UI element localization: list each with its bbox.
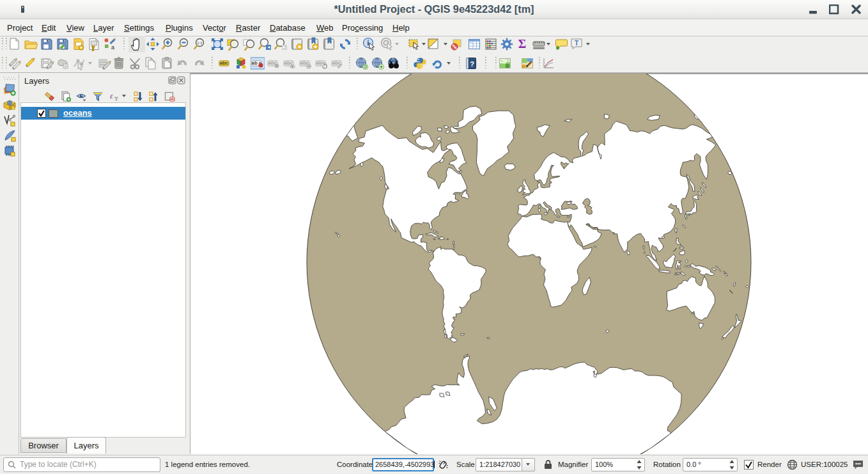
svg-text:Σ: Σ [518, 37, 526, 51]
svg-text:abc: abc [316, 60, 325, 66]
svg-text:1:1: 1:1 [197, 41, 203, 45]
svg-text:?: ? [470, 60, 474, 68]
svg-text:T: T [575, 39, 579, 47]
svg-text:ε: ε [110, 91, 113, 100]
svg-text:abc: abc [220, 60, 228, 66]
svg-text:a: a [111, 44, 114, 51]
